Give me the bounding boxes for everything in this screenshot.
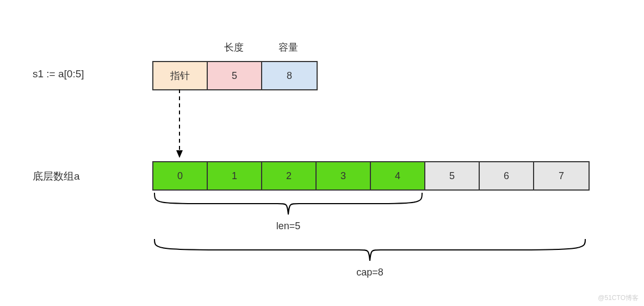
slice-header-ptr-cell: 指针 [153,62,208,89]
array-cell: 3 [317,162,371,189]
cap-brace-icon [152,237,587,263]
array-cell: 1 [208,162,262,189]
slice-header-len-cell: 5 [208,62,262,89]
array-cell: 0 [153,162,208,189]
slice-header-cap-cell: 8 [262,62,317,89]
slice-declaration: s1 := a[0:5] [33,68,84,80]
array-cell: 2 [262,162,317,189]
slice-header-row: 指针 5 8 [152,61,318,90]
array-cell: 4 [371,162,425,189]
backing-array-label: 底层数组a [33,169,80,183]
backing-array-row: 0 1 2 3 4 5 6 7 [152,161,590,191]
pointer-arrow-icon [176,89,183,158]
len-brace-icon [152,191,424,217]
capacity-header-label: 容量 [261,41,315,54]
svg-marker-1 [176,150,183,158]
array-cell: 5 [425,162,480,189]
len-annotation: len=5 [152,221,424,232]
watermark-text: @51CTO博客 [598,293,639,303]
array-cell: 7 [534,162,589,189]
cap-annotation: cap=8 [152,267,587,278]
length-header-label: 长度 [207,41,261,54]
array-cell: 6 [480,162,534,189]
